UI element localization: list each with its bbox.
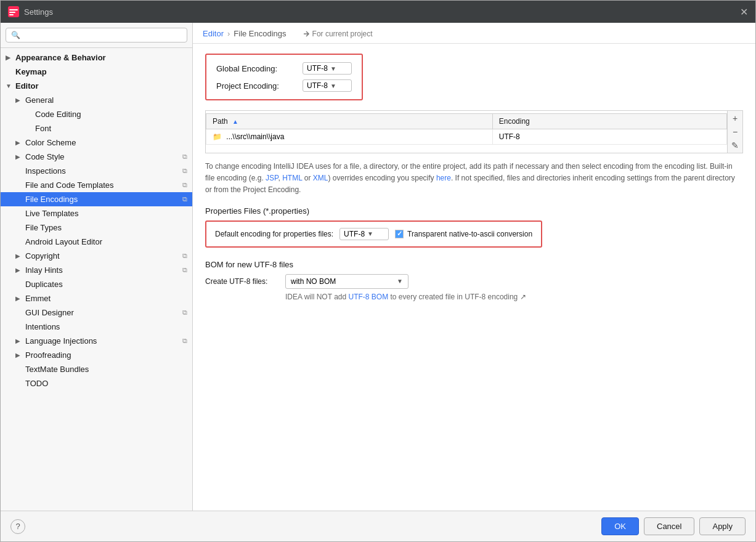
- sidebar-item-label: Editor: [15, 81, 39, 91]
- sidebar-item-todo[interactable]: ▶ TODO: [1, 376, 192, 390]
- default-encoding-label: Default encoding for properties files:: [215, 230, 333, 238]
- sidebar-item-label: Android Layout Editor: [25, 237, 102, 246]
- link-here[interactable]: here: [436, 174, 451, 182]
- sidebar-item-keymap[interactable]: ▶ Keymap: [1, 65, 192, 79]
- sidebar-item-label: Emmet: [25, 294, 51, 303]
- for-current-project[interactable]: For current project: [303, 30, 373, 38]
- sidebar-item-duplicates[interactable]: ▶ Duplicates: [1, 277, 192, 291]
- transparent-checkbox-label[interactable]: ✓ Transparent native-to-ascii conversion: [395, 230, 532, 238]
- sidebar-item-label: Language Injections: [25, 336, 97, 346]
- sidebar-item-label: Code Editing: [35, 110, 81, 119]
- sidebar-item-code-style[interactable]: ▶ Code Style ⧉: [1, 150, 192, 164]
- sidebar-item-gui-designer[interactable]: ▶ GUI Designer ⧉: [1, 305, 192, 320]
- edit-row-button[interactable]: ✎: [729, 139, 741, 152]
- breadcrumb-parent[interactable]: Editor: [203, 29, 224, 38]
- sidebar-item-android-layout[interactable]: ▶ Android Layout Editor: [1, 235, 192, 249]
- sidebar-item-label: Code Style: [25, 152, 65, 161]
- properties-encoding-arrow: ▼: [367, 230, 373, 237]
- bom-section: BOM for new UTF-8 files Create UTF-8 fil…: [205, 260, 743, 301]
- svg-rect-1: [9, 9, 18, 10]
- project-encoding-select[interactable]: UTF-8 ▼: [303, 79, 352, 92]
- sidebar-item-appearance[interactable]: ▶ Appearance & Behavior: [1, 51, 192, 65]
- ok-button[interactable]: OK: [601, 517, 639, 535]
- table-container: Path ▲ Encoding: [205, 110, 728, 153]
- table-row[interactable]: 📁 ...\\src\\main\\java UTF-8: [206, 129, 727, 145]
- sidebar-item-textmate-bundles[interactable]: ▶ TextMate Bundles: [1, 362, 192, 376]
- sidebar-item-label: Intentions: [25, 322, 60, 331]
- sidebar-item-inlay-hints[interactable]: ▶ Inlay Hints ⧉: [1, 263, 192, 277]
- copy-icon-inspections: ⧉: [182, 167, 187, 175]
- expand-arrow-emmet: ▶: [15, 295, 22, 302]
- link-icon: [303, 30, 310, 38]
- breadcrumb-bar: Editor › File Encodings For current proj…: [193, 23, 755, 44]
- project-encoding-arrow: ▼: [330, 83, 336, 89]
- path-table-wrapper: Path ▲ Encoding: [205, 110, 743, 153]
- expand-arrow-language-injections: ▶: [15, 338, 22, 344]
- transparent-checkbox[interactable]: ✓: [395, 230, 404, 238]
- sidebar-item-label: File Types: [25, 223, 62, 232]
- global-encoding-arrow: ▼: [330, 65, 336, 72]
- sidebar-item-editor[interactable]: ▼ Editor: [1, 79, 192, 93]
- search-input[interactable]: [6, 28, 187, 42]
- sidebar-item-file-encodings[interactable]: ▶ File Encodings ⧉: [1, 192, 192, 206]
- sidebar-item-label: Duplicates: [25, 280, 63, 289]
- checkmark: ✓: [397, 230, 402, 238]
- encoding-section-box: Global Encoding: UTF-8 ▼ Project Encodin…: [205, 54, 363, 100]
- col-encoding: Encoding: [492, 114, 726, 129]
- sidebar-item-code-editing[interactable]: ▶ Code Editing: [1, 107, 192, 121]
- sidebar-item-label: Live Templates: [25, 209, 78, 218]
- bom-row: Create UTF-8 files: with NO BOM ▼: [205, 274, 743, 289]
- sidebar-item-intentions[interactable]: ▶ Intentions: [1, 320, 192, 334]
- sidebar-item-emmet[interactable]: ▶ Emmet: [1, 291, 192, 305]
- sidebar-tree: ▶ Appearance & Behavior ▶ Keymap ▼ Edito…: [1, 48, 192, 511]
- bom-create-select[interactable]: with NO BOM ▼: [285, 274, 408, 289]
- footer-left: ?: [10, 519, 25, 534]
- sort-arrow-path: ▲: [232, 118, 238, 125]
- global-encoding-label: Global Encoding:: [216, 64, 296, 73]
- properties-section-box: Default encoding for properties files: U…: [205, 220, 542, 248]
- table-cell-path: 📁 ...\\src\\main\\java: [206, 129, 493, 145]
- sidebar-item-label: Inlay Hints: [25, 265, 63, 275]
- copy-icon-copyright: ⧉: [182, 252, 187, 260]
- sidebar-item-color-scheme[interactable]: ▶ Color Scheme: [1, 136, 192, 150]
- sidebar-item-label: General: [25, 95, 54, 105]
- footer-right: OK Cancel Apply: [601, 517, 746, 535]
- dialog-title: Settings: [24, 7, 53, 17]
- dialog-body: ▶ Appearance & Behavior ▶ Keymap ▼ Edito…: [1, 23, 755, 511]
- remove-row-button[interactable]: −: [729, 126, 741, 138]
- sidebar-item-language-injections[interactable]: ▶ Language Injections ⧉: [1, 334, 192, 348]
- copy-icon-file-code-templates: ⧉: [182, 181, 187, 189]
- sidebar-item-inspections[interactable]: ▶ Inspections ⧉: [1, 164, 192, 178]
- sidebar-item-font[interactable]: ▶ Font: [1, 121, 192, 136]
- sidebar-item-proofreading[interactable]: ▶ Proofreading: [1, 348, 192, 362]
- sidebar-item-label: Color Scheme: [25, 138, 76, 147]
- project-encoding-value: UTF-8: [307, 81, 328, 90]
- link-xml[interactable]: XML: [313, 174, 328, 182]
- copy-icon-file-encodings: ⧉: [182, 195, 187, 203]
- sidebar-item-general[interactable]: ▶ General: [1, 93, 192, 107]
- sidebar-item-label: TextMate Bundles: [25, 365, 89, 374]
- sidebar-item-label: Font: [35, 124, 51, 133]
- bom-create-label: Create UTF-8 files:: [205, 277, 279, 286]
- expand-arrow-proofreading: ▶: [15, 352, 22, 358]
- bom-utf8-link[interactable]: UTF-8 BOM: [348, 293, 388, 301]
- properties-encoding-select[interactable]: UTF-8 ▼: [339, 228, 389, 240]
- properties-encoding-value: UTF-8: [344, 230, 365, 238]
- expand-arrow-copyright: ▶: [15, 253, 22, 259]
- sidebar-item-file-code-templates[interactable]: ▶ File and Code Templates ⧉: [1, 178, 192, 192]
- cancel-button[interactable]: Cancel: [644, 517, 694, 535]
- title-bar: Settings ✕: [1, 1, 755, 23]
- global-encoding-select[interactable]: UTF-8 ▼: [303, 62, 352, 75]
- add-row-button[interactable]: +: [729, 112, 741, 124]
- transparent-label: Transparent native-to-ascii conversion: [407, 230, 532, 238]
- sidebar-item-file-types[interactable]: ▶ File Types: [1, 220, 192, 235]
- link-html[interactable]: HTML: [282, 174, 302, 182]
- sidebar-item-copyright[interactable]: ▶ Copyright ⧉: [1, 249, 192, 263]
- apply-button[interactable]: Apply: [699, 517, 746, 535]
- sidebar-item-label: Inspections: [25, 166, 66, 176]
- help-button[interactable]: ?: [10, 519, 25, 534]
- link-jsp[interactable]: JSP: [266, 174, 278, 182]
- close-button[interactable]: ✕: [740, 6, 748, 18]
- sidebar-item-live-templates[interactable]: ▶ Live Templates: [1, 206, 192, 220]
- main-content: Editor › File Encodings For current proj…: [193, 23, 755, 511]
